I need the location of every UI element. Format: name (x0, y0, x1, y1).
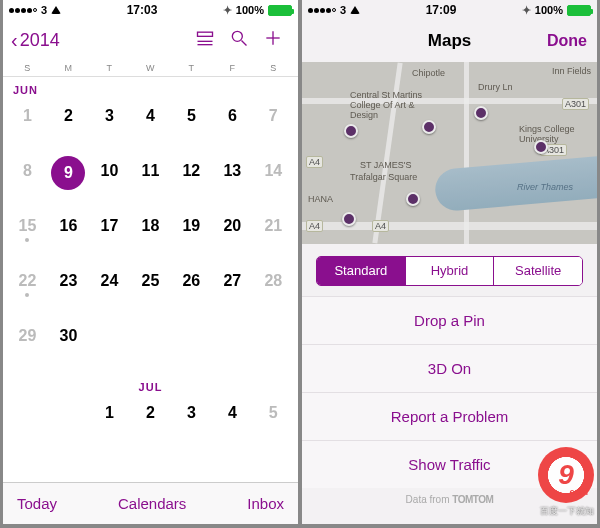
battery-pct: 100% (535, 4, 563, 16)
calendar-app-screen: 3 17:03 ✦ 100% ‹ 2014 (3, 0, 298, 524)
calendar-day[interactable]: 24 (89, 264, 130, 319)
day-number: 5 (187, 107, 196, 125)
calendar-day[interactable]: 28 (253, 264, 294, 319)
poi-label: HANA (308, 194, 333, 204)
done-button[interactable]: Done (547, 32, 587, 50)
poi-label: River Thames (517, 182, 573, 192)
view-toggle-button[interactable] (188, 28, 222, 53)
calendar-day[interactable]: 8 (7, 154, 48, 209)
maps-title: Maps (428, 31, 471, 51)
day-number: 9 (51, 156, 85, 190)
calendar-day[interactable]: 21 (253, 209, 294, 264)
calendar-day (212, 319, 253, 374)
back-button[interactable]: ‹ 2014 (11, 29, 60, 52)
calendar-day[interactable]: 16 (48, 209, 89, 264)
option-drop-pin[interactable]: Drop a Pin (302, 296, 597, 344)
calendar-day[interactable]: 18 (130, 209, 171, 264)
calendar-day[interactable]: 20 (212, 209, 253, 264)
svg-rect-0 (198, 32, 213, 36)
month-label: JUN (3, 77, 298, 99)
day-number: 27 (223, 272, 241, 290)
calendar-day[interactable]: 30 (48, 319, 89, 374)
calendar-day[interactable]: 4 (212, 396, 253, 432)
day-number: 17 (101, 217, 119, 235)
calendar-day[interactable]: 29 (7, 319, 48, 374)
day-number: 23 (60, 272, 78, 290)
day-number: 28 (264, 272, 282, 290)
map-preview[interactable]: A4 A301 A4 A301 A4 Chipotle Central St M… (302, 62, 597, 244)
calendars-button[interactable]: Calendars (118, 495, 186, 512)
map-pin-icon (406, 192, 420, 206)
calendar-day[interactable]: 12 (171, 154, 212, 209)
segment-satellite[interactable]: Satellite (493, 257, 582, 285)
poi-label: ST JAMES'S (360, 160, 412, 170)
day-number: 7 (269, 107, 278, 125)
poi-label: Chipotle (412, 68, 445, 78)
day-number: 26 (182, 272, 200, 290)
calendar-day (171, 319, 212, 374)
attribution: Data from TOMTOM (302, 488, 597, 505)
battery-icon (268, 5, 292, 16)
wifi-icon (51, 6, 61, 14)
carrier-label: 3 (340, 4, 346, 16)
calendar-day[interactable]: 22 (7, 264, 48, 319)
day-number: 6 (228, 107, 237, 125)
calendar-day[interactable]: 5 (253, 396, 294, 432)
calendar-day[interactable]: 14 (253, 154, 294, 209)
calendar-day[interactable]: 1 (89, 396, 130, 432)
calendar-grid-jul: 12345 (3, 396, 298, 432)
option-3d-on[interactable]: 3D On (302, 344, 597, 392)
today-button[interactable]: Today (17, 495, 57, 512)
calendar-day[interactable]: 10 (89, 154, 130, 209)
day-number: 4 (228, 404, 237, 422)
road-label: A4 (306, 156, 323, 168)
search-button[interactable] (222, 28, 256, 53)
calendar-day[interactable]: 2 (48, 99, 89, 154)
day-number: 15 (19, 217, 37, 235)
calendar-day[interactable]: 3 (89, 99, 130, 154)
poi-label: Drury Ln (478, 82, 513, 92)
calendar-day[interactable]: 13 (212, 154, 253, 209)
calendar-day[interactable]: 5 (171, 99, 212, 154)
calendar-day[interactable]: 25 (130, 264, 171, 319)
weekday: W (130, 60, 171, 76)
option-traffic[interactable]: Show Traffic (302, 440, 597, 488)
status-bar: 3 17:03 ✦ 100% (3, 0, 298, 20)
add-event-button[interactable] (256, 28, 290, 53)
wifi-icon (350, 6, 360, 14)
segment-hybrid[interactable]: Hybrid (405, 257, 494, 285)
day-number: 1 (105, 404, 114, 422)
calendar-day[interactable]: 26 (171, 264, 212, 319)
road-label: A4 (372, 220, 389, 232)
day-number: 2 (146, 404, 155, 422)
calendar-day[interactable]: 2 (130, 396, 171, 432)
calendar-day[interactable]: 1 (7, 99, 48, 154)
calendar-day[interactable]: 11 (130, 154, 171, 209)
bluetooth-icon: ✦ (522, 4, 531, 17)
calendar-day[interactable]: 23 (48, 264, 89, 319)
day-number: 3 (105, 107, 114, 125)
calendar-day[interactable]: 7 (253, 99, 294, 154)
carrier-label: 3 (41, 4, 47, 16)
day-number: 18 (141, 217, 159, 235)
calendar-day[interactable]: 9 (48, 154, 89, 209)
list-view-icon (195, 28, 215, 48)
search-icon (229, 28, 249, 48)
day-number: 8 (23, 162, 32, 180)
calendar-day[interactable]: 6 (212, 99, 253, 154)
calendar-day[interactable]: 17 (89, 209, 130, 264)
weekday: S (253, 60, 294, 76)
day-number: 22 (19, 272, 37, 290)
calendar-day[interactable]: 4 (130, 99, 171, 154)
calendar-day[interactable]: 15 (7, 209, 48, 264)
calendar-day (7, 396, 48, 432)
day-number: 1 (23, 107, 32, 125)
calendar-day[interactable]: 19 (171, 209, 212, 264)
calendar-day[interactable]: 27 (212, 264, 253, 319)
segment-standard[interactable]: Standard (317, 257, 405, 285)
road-label: A4 (306, 220, 323, 232)
inbox-button[interactable]: Inbox (247, 495, 284, 512)
poi-label: Inn Fields (552, 66, 591, 76)
option-report[interactable]: Report a Problem (302, 392, 597, 440)
calendar-day[interactable]: 3 (171, 396, 212, 432)
